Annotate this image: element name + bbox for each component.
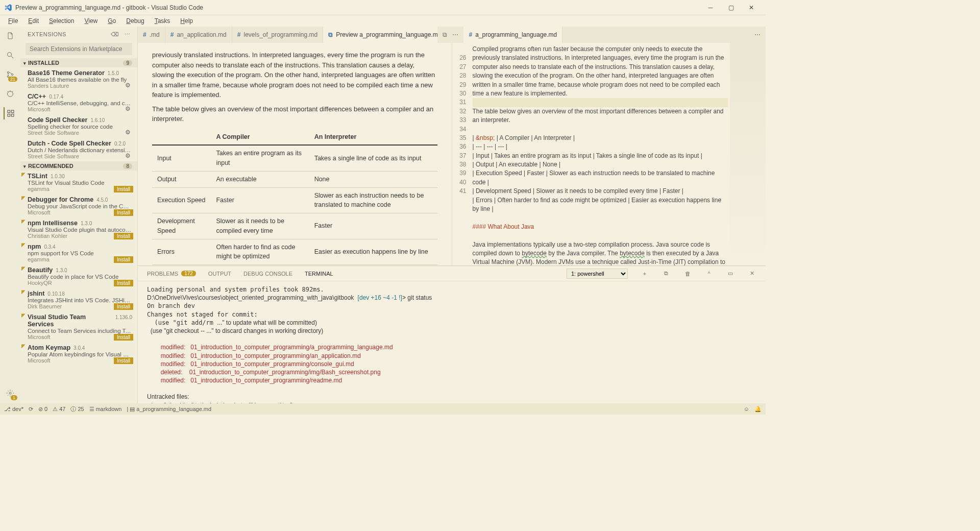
new-terminal-icon[interactable]: +	[640, 271, 649, 277]
gear-icon[interactable]: ⚙	[125, 82, 132, 89]
extension-item[interactable]: Base16 Theme Generator1.5.0 All Base16 t…	[20, 67, 137, 91]
editor-tab[interactable]: ⧉ Preview a_programming_language.md ✕	[323, 27, 437, 43]
status-bell-icon[interactable]: 🔔	[754, 406, 762, 413]
panel-tab-output[interactable]: OUTPUT	[208, 271, 231, 277]
close-panel-icon[interactable]: ✕	[747, 270, 756, 277]
status-errors[interactable]: ⊘ 0	[38, 406, 47, 413]
install-button[interactable]: Install	[114, 256, 133, 263]
split-terminal-icon[interactable]: ⧉	[662, 270, 671, 277]
extension-item[interactable]: ◤ TSLint1.0.30 TSLint for Visual Studio …	[20, 171, 137, 194]
tab-more-icon[interactable]: ⋯	[754, 31, 761, 38]
minimap[interactable]	[730, 43, 766, 266]
gear-icon[interactable]: ⚙	[125, 152, 132, 159]
minimize-button[interactable]: ─	[700, 0, 721, 15]
status-branch[interactable]: ⎇ dev*	[4, 406, 23, 413]
status-info[interactable]: ⓘ 25	[70, 405, 84, 413]
star-icon: ◤	[21, 219, 26, 224]
panel-tab-terminal[interactable]: TERMINAL	[305, 271, 333, 277]
menu-edit[interactable]: Edit	[24, 16, 43, 26]
gear-icon[interactable]: ⚙	[125, 105, 132, 112]
explorer-icon[interactable]	[4, 30, 16, 42]
editor-tab[interactable]: # an_application.md	[165, 27, 232, 43]
maximize-button[interactable]: ▢	[721, 0, 741, 15]
extensions-icon[interactable]	[4, 107, 16, 119]
extension-item[interactable]: ◤ Debugger for Chrome4.5.0 Debug your Ja…	[20, 194, 137, 218]
scm-icon[interactable]: 21	[4, 68, 16, 81]
panel-tab-problems[interactable]: PROBLEMS172	[147, 271, 196, 277]
extension-item[interactable]: ◤ npm0.3.4 npm support for VS Code egamm…	[20, 241, 137, 264]
close-window-button[interactable]: ✕	[741, 0, 762, 15]
install-button[interactable]: Install	[114, 186, 133, 192]
menu-file[interactable]: File	[4, 16, 22, 26]
extension-item[interactable]: C/C++0.17.4 C/C++ IntelliSense, debuggin…	[20, 91, 137, 114]
more-icon[interactable]: ⋯	[125, 31, 131, 38]
split-editor-icon[interactable]: ⧉	[443, 31, 447, 38]
install-button[interactable]: Install	[114, 233, 133, 239]
extension-item[interactable]: Code Spell Checker1.6.10 Spelling checke…	[20, 114, 137, 138]
svg-rect-10	[8, 114, 10, 116]
star-icon: ◤	[21, 343, 26, 349]
menu-go[interactable]: Go	[104, 16, 120, 26]
file-icon: #	[170, 31, 174, 38]
status-file[interactable]: | ▤ a_programming_language.md	[127, 406, 211, 413]
recommended-section[interactable]: ▾RECOMMENDED 8	[20, 161, 137, 171]
maximize-panel-icon[interactable]: ^	[704, 271, 714, 277]
terminal-output[interactable]: Loading personal and system profiles too…	[138, 281, 766, 403]
settings-badge: 1	[11, 395, 17, 400]
star-icon: ◤	[21, 289, 26, 295]
installed-section[interactable]: ▾INSTALLED 9	[20, 58, 137, 67]
extension-item[interactable]: ◤ npm Intellisense1.3.0 Visual Studio Co…	[20, 218, 137, 241]
terminal-select[interactable]: 1: powershell	[567, 269, 628, 279]
install-button[interactable]: Install	[114, 357, 133, 364]
markdown-preview[interactable]: previously translated instructions. In i…	[138, 43, 452, 266]
status-feedback-icon[interactable]: ☺	[744, 406, 749, 412]
preview-pane: previously translated instructions. In i…	[138, 43, 452, 266]
gear-icon[interactable]: ⚙	[125, 129, 132, 136]
menu-help[interactable]: Help	[176, 16, 197, 26]
install-button[interactable]: Install	[114, 303, 133, 310]
menu-tasks[interactable]: Tasks	[151, 16, 175, 26]
file-icon: #	[469, 31, 472, 38]
svg-point-2	[7, 71, 9, 73]
status-sync[interactable]: ⟳	[29, 406, 33, 413]
toggle-panel-icon[interactable]: ▭	[726, 270, 735, 277]
debug-icon[interactable]	[4, 88, 16, 100]
search-icon[interactable]	[4, 49, 16, 61]
code-editor[interactable]: Compiled programs often run faster becau…	[471, 43, 730, 266]
file-icon: #	[237, 31, 241, 38]
svg-point-13	[9, 392, 11, 394]
svg-line-7	[8, 91, 9, 92]
extension-item[interactable]: ◤ jshint0.10.18 Integrates JSHint into V…	[20, 288, 137, 311]
table-row: OutputAn executableNone	[152, 171, 437, 187]
tab-more-icon[interactable]: ⋯	[452, 31, 458, 38]
svg-rect-9	[8, 110, 10, 113]
extension-item[interactable]: Dutch - Code Spell Checker0.2.0 Dutch / …	[20, 138, 137, 161]
menu-selection[interactable]: Selection	[45, 16, 78, 26]
extensions-search-input[interactable]	[26, 43, 132, 55]
editor-tab[interactable]: # a_programming_language.md	[463, 27, 562, 43]
install-button[interactable]: Install	[114, 280, 133, 286]
activitybar: 21 1	[0, 27, 20, 403]
editor-tab[interactable]: # .md	[138, 27, 165, 43]
install-button[interactable]: Install	[114, 334, 133, 341]
status-warnings[interactable]: ⚠ 47	[53, 406, 65, 413]
status-language[interactable]: ☰ markdown	[89, 406, 122, 413]
extension-item[interactable]: ◤ Visual Studio Team Services1.136.0 Con…	[20, 311, 137, 342]
menu-view[interactable]: View	[80, 16, 102, 26]
panel-tab-debug[interactable]: DEBUG CONSOLE	[243, 271, 292, 277]
editor-tab[interactable]: # levels_of_programming.md	[232, 27, 323, 43]
svg-line-8	[12, 91, 13, 92]
svg-line-1	[11, 56, 13, 58]
kill-terminal-icon[interactable]: 🗑	[683, 271, 692, 277]
install-button[interactable]: Install	[114, 209, 133, 216]
tab-label: an_application.md	[177, 31, 226, 38]
bottom-panel: PROBLEMS172 OUTPUT DEBUG CONSOLE TERMINA…	[138, 266, 766, 403]
preview-paragraph: The table below gives an overview of the…	[152, 104, 437, 124]
extension-item[interactable]: ◤ Atom Keymap3.0.4 Popular Atom keybindi…	[20, 342, 137, 366]
menu-debug[interactable]: Debug	[122, 16, 148, 26]
settings-icon[interactable]: 1	[4, 387, 16, 399]
table-row: InputTakes an entire program as its inpu…	[152, 145, 437, 171]
extension-item[interactable]: ◤ Beautify1.3.0 Beautify code in place f…	[20, 264, 137, 288]
clear-icon[interactable]: ⌫	[111, 31, 119, 38]
scm-badge: 21	[8, 77, 17, 82]
